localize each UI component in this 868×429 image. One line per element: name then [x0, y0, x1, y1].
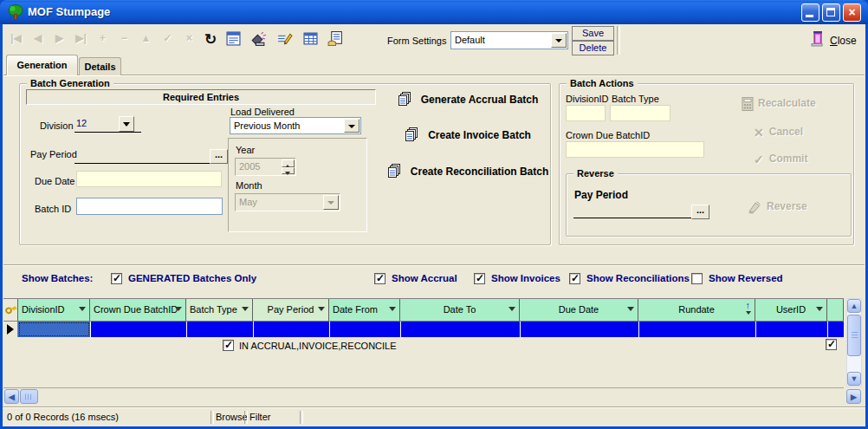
delete-button[interactable]: Delete	[572, 41, 614, 55]
pay-period-field[interactable]	[74, 148, 210, 164]
show-reversed-checkbox[interactable]	[691, 273, 703, 284]
column-header-rundate[interactable]: Rundate↑	[638, 299, 755, 321]
row-cell-date-to[interactable]	[400, 322, 520, 337]
spin-down-icon[interactable]	[282, 167, 295, 175]
insert-record-icon[interactable]: +	[94, 32, 112, 44]
column-filter-arrow-icon[interactable]	[746, 311, 751, 317]
column-header-pay-period[interactable]: Pay Period	[253, 299, 329, 321]
column-filter-arrow-icon[interactable]	[242, 307, 249, 315]
cancel-edit-icon[interactable]: ×	[180, 32, 198, 44]
division-id-field[interactable]	[566, 105, 606, 121]
column-filter-arrow-icon[interactable]	[389, 307, 396, 315]
reverse-button[interactable]: Reverse	[747, 200, 807, 214]
row-cell-userid[interactable]	[755, 322, 827, 337]
column-header-userid[interactable]: UserID	[755, 299, 827, 321]
grid-vertical-scrollbar[interactable]: ▲ ▼	[846, 298, 862, 387]
form-settings-select[interactable]: Default	[450, 31, 568, 49]
report-icon[interactable]	[327, 31, 344, 48]
column-filter-arrow-icon[interactable]	[318, 307, 325, 315]
edit-filter-icon[interactable]	[276, 31, 293, 48]
due-date-field[interactable]	[76, 171, 222, 187]
minimize-button[interactable]	[801, 3, 819, 22]
create-invoice-batch-button[interactable]: Create Invoice Batch	[381, 127, 554, 142]
row-cell-crown-due-batchid[interactable]	[90, 322, 186, 337]
batches-grid[interactable]: DivisionIDCrown Due BatchIDBatch TypePay…	[3, 298, 844, 388]
prior-record-icon[interactable]: ◀	[29, 32, 47, 44]
titlebar[interactable]: MOF Stumpage ×	[0, 0, 868, 24]
cancel-action-button[interactable]: ✕Cancel	[754, 126, 803, 140]
recalculate-button[interactable]: Recalculate	[742, 97, 816, 111]
tab-generation[interactable]: Generation	[6, 55, 78, 75]
column-header-date-from[interactable]: Date From	[329, 299, 400, 321]
row-cell-batch-type[interactable]	[186, 322, 253, 337]
generate-accrual-batch-button[interactable]: Generate Accrual Batch	[381, 92, 554, 107]
column-filter-arrow-icon[interactable]	[627, 307, 634, 315]
row-cell-blank[interactable]	[827, 322, 844, 337]
chevron-down-icon[interactable]	[551, 33, 567, 48]
year-spinner[interactable]: 2005	[235, 158, 296, 176]
save-button[interactable]: Save	[572, 26, 614, 41]
column-header-date-to[interactable]: Date To	[400, 299, 520, 321]
spin-up-icon[interactable]	[282, 159, 295, 167]
scroll-down-button[interactable]: ▼	[847, 372, 861, 386]
show-reconciliations-checkbox[interactable]	[569, 273, 580, 284]
create-reconciliation-batch-button[interactable]: Create Reconciliation Batch	[381, 164, 554, 179]
scroll-up-button[interactable]: ▲	[847, 299, 861, 313]
grid-view-icon[interactable]	[303, 31, 318, 48]
column-header-batch-type[interactable]: Batch Type	[186, 299, 253, 321]
toolbar-close-button[interactable]: Close	[809, 29, 861, 50]
selected-row[interactable]	[3, 322, 844, 337]
status-separator	[244, 411, 248, 424]
show-invoices-checkbox[interactable]	[474, 273, 485, 284]
row-cell-rundate[interactable]	[638, 322, 755, 337]
tab-details[interactable]: Details	[79, 57, 121, 75]
load-delivered-select[interactable]: Previous Month	[230, 117, 361, 134]
grid-right-checkbox[interactable]	[826, 339, 837, 350]
column-filter-arrow-icon[interactable]	[175, 307, 182, 315]
show-invoices-label: Show Invoices	[491, 273, 560, 283]
column-filter-arrow-icon[interactable]	[508, 307, 515, 315]
month-value: May	[239, 197, 257, 207]
column-header-crown-due-batchid[interactable]: Crown Due BatchID	[90, 299, 186, 321]
chevron-down-icon	[323, 195, 339, 210]
first-record-icon[interactable]: |◀	[7, 32, 25, 44]
commit-button[interactable]: ✓Commit	[754, 153, 807, 166]
last-record-icon[interactable]: ▶|	[72, 32, 90, 44]
row-cell-date-from[interactable]	[329, 322, 400, 337]
row-cell-due-date[interactable]	[520, 322, 638, 337]
reverse-pay-period-lookup-button[interactable]: ...	[691, 205, 709, 219]
maximize-button[interactable]	[822, 3, 840, 22]
generated-batches-only-checkbox[interactable]	[111, 273, 122, 284]
delete-record-icon[interactable]: −	[115, 32, 133, 44]
crown-due-batch-id-field[interactable]	[566, 141, 704, 158]
batch-id-input[interactable]	[76, 198, 223, 215]
close-button[interactable]: ×	[843, 3, 861, 22]
column-header-divisionid[interactable]: DivisionID	[18, 299, 90, 321]
post-edit-icon[interactable]: ✓	[159, 32, 177, 44]
form-view-icon[interactable]	[226, 31, 241, 48]
column-header-due-date[interactable]: Due Date	[520, 299, 638, 321]
reverse-pay-period-field[interactable]	[573, 204, 694, 218]
year-spin-buttons[interactable]	[282, 159, 295, 174]
show-accrual-checkbox[interactable]	[374, 273, 385, 284]
chevron-down-icon[interactable]	[344, 119, 360, 133]
scroll-right-button[interactable]: ▶	[846, 389, 861, 404]
vertical-scroll-thumb[interactable]	[847, 315, 861, 356]
horizontal-scroll-thumb[interactable]	[20, 389, 38, 404]
action-button-label: Generate Accrual Batch	[421, 94, 539, 106]
column-filter-arrow-icon[interactable]	[79, 307, 86, 315]
division-dropdown-button[interactable]	[119, 116, 134, 132]
column-filter-arrow-icon[interactable]	[816, 307, 823, 315]
edit-record-icon[interactable]: ▲	[137, 32, 155, 44]
batch-type-field[interactable]	[610, 105, 670, 121]
row-cell-divisionid[interactable]	[18, 322, 90, 337]
grid-key-corner[interactable]	[3, 299, 18, 321]
pay-period-lookup-button[interactable]: ...	[210, 149, 228, 164]
refresh-icon[interactable]: ↻	[204, 32, 217, 48]
division-combo[interactable]: 12	[74, 116, 141, 133]
scroll-left-button[interactable]: ◀	[4, 389, 19, 404]
row-cell-pay-period[interactable]	[253, 322, 329, 337]
next-record-icon[interactable]: ▶	[50, 32, 68, 44]
erase-filter-icon[interactable]	[250, 31, 267, 48]
filter-expression-checkbox[interactable]	[223, 340, 234, 351]
